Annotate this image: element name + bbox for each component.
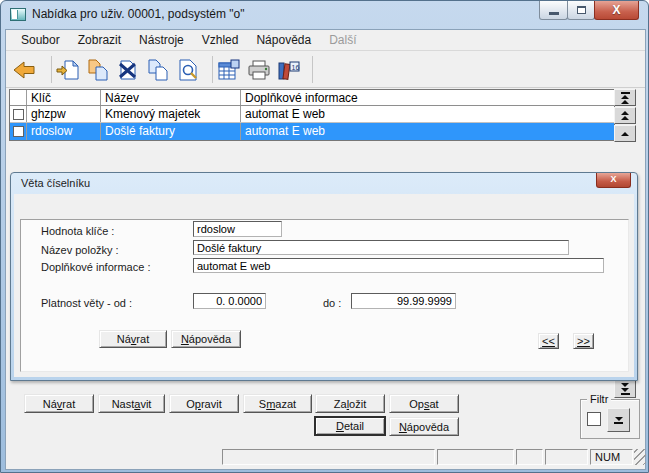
scroll-pageup-button[interactable] [614,107,636,124]
up-icon [621,132,629,136]
table-calc-icon [217,59,241,81]
toolbar-separator [312,56,313,83]
scroll-first-icon [621,92,630,94]
cell-name: Došlé faktury [101,123,241,140]
cell-key: rdoslow [27,123,101,140]
goto-record-icon [56,59,80,81]
cell-info: automat E web [241,106,614,122]
menu-zobrazit[interactable]: Zobrazit [69,30,130,50]
minimize-button[interactable] [539,1,568,20]
filter-dropdown-button[interactable] [607,408,630,432]
app-window: Nabídka pro uživ. 00001, podsystém "o" X… [0,0,649,473]
menu-dalsi: Další [320,30,365,50]
resize-grip[interactable] [634,449,646,465]
extra-info-input[interactable] [193,258,604,273]
nastavit-button[interactable]: Nastavit [98,394,165,413]
grid-header-select [10,90,27,105]
records-grid: Klíč Název Doplňkové informace ghzpw Kme… [9,89,615,141]
detail-button[interactable]: Detail [314,416,386,436]
next-record-button[interactable]: >> [573,333,594,349]
window-title: Nabídka pro uživ. 00001, podsystém "o" [32,7,244,21]
napoveda-button[interactable]: Nápověda [389,417,459,436]
dialog-close-button[interactable]: X [596,173,631,188]
scroll-last-button[interactable] [614,379,636,398]
validity-to-input[interactable] [351,293,456,309]
navrat-button[interactable]: Návrat [24,394,94,413]
app-icon [10,8,26,21]
books-16-icon: 16 [277,59,301,81]
num-lock-indicator: NUM [590,449,633,465]
validity-do-label: do : [323,297,341,309]
title-bar[interactable]: Nabídka pro uživ. 00001, podsystém "o" X [1,1,648,28]
opsat-button[interactable]: Opsat [389,394,459,413]
svg-text:16: 16 [292,64,300,71]
grid-header-row: Klíč Název Doplňkové informace [10,90,614,106]
close-button[interactable]: X [594,1,639,20]
item-name-label: Název položky : [41,244,119,256]
cell-info: automat E web [241,123,614,140]
scroll-last-icon [621,383,629,387]
menu-bar: Soubor Zobrazit Nástroje Vzhled Nápověda… [6,30,645,51]
row-checkbox[interactable] [13,126,24,137]
delete-record-button[interactable] [115,57,141,83]
validity-label: Platnost věty - od : [41,297,132,309]
close-icon: X [612,3,620,17]
page-up-icon [621,111,629,115]
opravit-button[interactable]: Opravit [169,394,239,413]
copy-record-icon [86,59,110,81]
table-row-selected[interactable]: rdoslow Došlé faktury automat E web [10,123,614,140]
filter-checkbox[interactable] [587,412,601,426]
preview-button[interactable] [175,57,201,83]
item-name-input[interactable] [193,240,569,255]
duplicate-record-button[interactable] [145,57,171,83]
scroll-up-button[interactable] [614,125,636,142]
preview-icon [176,59,200,81]
client-area: Soubor Zobrazit Nástroje Vzhled Nápověda… [5,29,646,470]
grid-header-key[interactable]: Klíč [27,90,101,105]
delete-record-icon [116,59,140,81]
scroll-first-button[interactable] [614,89,636,106]
status-panel [222,449,435,465]
goto-record-button[interactable] [55,57,81,83]
status-panel [516,449,543,465]
minimize-icon [549,12,559,15]
table-calc-button[interactable] [216,57,242,83]
toolbar-separator [51,56,52,83]
table-row[interactable]: ghzpw Kmenový majetek automat E web [10,106,614,123]
toolbar: 16 [6,52,645,88]
key-value-input[interactable] [193,221,282,237]
maximize-icon [577,6,586,14]
key-value-label: Hodnota klíče : [41,225,114,237]
filter-group: Filtr [580,399,640,439]
status-panel [437,449,514,465]
back-button[interactable] [11,57,37,83]
print-button[interactable] [246,57,272,83]
grid-header-name[interactable]: Název [101,90,241,105]
chevron-down-icon [615,417,623,421]
duplicate-record-icon [146,59,170,81]
dialog-client [14,194,634,377]
extra-info-label: Doplňkové informace : [41,261,150,273]
books-16-button[interactable]: 16 [276,57,302,83]
veta-ciselniku-dialog: Věta číselníku X Hodnota klíče : Název p… [10,172,638,381]
row-checkbox[interactable] [13,109,24,120]
dialog-navrat-button[interactable]: Návrat [99,330,167,348]
smazat-button[interactable]: Smazat [243,394,312,413]
toolbar-separator [212,56,213,83]
zalozit-button[interactable]: Založit [315,394,385,413]
previous-record-button[interactable]: << [538,333,559,349]
dialog-title: Věta číselníku [21,177,90,189]
print-icon [247,59,271,81]
cell-key: ghzpw [27,106,101,122]
menu-soubor[interactable]: Soubor [12,30,69,50]
maximize-button[interactable] [567,1,595,20]
validity-from-input[interactable] [193,293,266,309]
menu-nastroje[interactable]: Nástroje [130,30,193,50]
dialog-napoveda-button[interactable]: Nápověda [171,330,241,348]
copy-record-button[interactable] [85,57,111,83]
grid-header-info[interactable]: Doplňkové informace [241,90,614,105]
status-panel [545,449,588,465]
menu-napoveda[interactable]: Nápověda [247,30,320,50]
menu-vzhled[interactable]: Vzhled [193,30,248,50]
close-icon: X [610,174,616,184]
